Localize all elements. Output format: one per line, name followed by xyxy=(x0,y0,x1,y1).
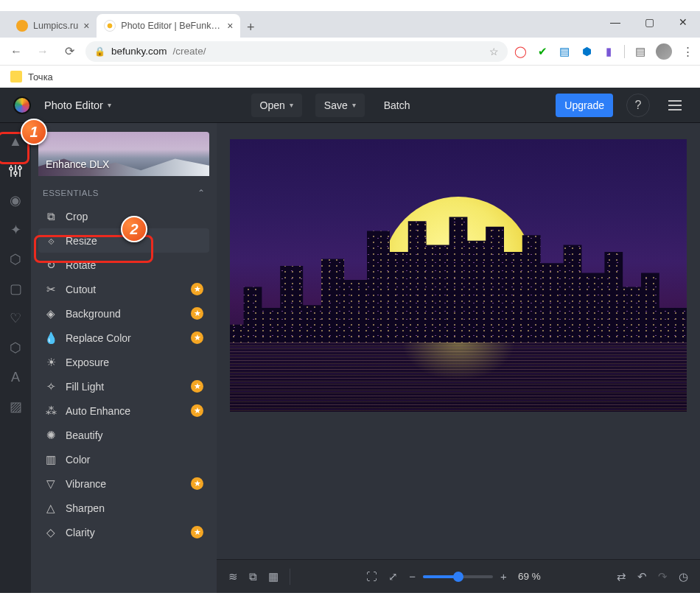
edit-item-bg[interactable]: ◈Background★ xyxy=(38,301,209,326)
extension-icon[interactable]: ▤ xyxy=(634,45,647,58)
layers-icon[interactable]: ≋ xyxy=(228,570,238,583)
canvas-image[interactable] xyxy=(230,139,687,412)
extension-icon[interactable]: ◯ xyxy=(514,45,527,58)
browser-tab-strip: Lumpics.ru × Photo Editor | BeFunky: Fre… xyxy=(0,11,700,38)
fill-icon: ✧ xyxy=(44,380,57,393)
edit-item-cutout[interactable]: ✂Cutout★ xyxy=(38,277,209,301)
edit-item-auto[interactable]: ⁂Auto Enhance★ xyxy=(38,398,209,423)
bookmarks-bar: Точка xyxy=(0,66,700,88)
bookmark-folder-icon xyxy=(10,71,22,82)
extension-icons: ◯ ✔ ▤ ⬢ ▮ ▤ ⋮ xyxy=(514,43,694,60)
premium-star-icon: ★ xyxy=(191,331,203,344)
back-icon[interactable]: ← xyxy=(6,41,27,62)
shuffle-icon[interactable]: ⇄ xyxy=(617,570,626,583)
edit-item-fill[interactable]: ✧Fill Light★ xyxy=(38,374,209,398)
edit-item-rotate[interactable]: ↻Rotate xyxy=(38,253,209,277)
effects-tab-icon[interactable]: ✦ xyxy=(7,222,24,238)
canvas-area: ≋ ⧉ ▦ ⛶ ⤢ − + 69 % ⇄ ↶ ↷ ◷ xyxy=(217,123,700,593)
edit-item-color[interactable]: ▥Color xyxy=(38,447,209,471)
address-bar: ← → ⟳ 🔒 befunky.com/create/ ☆ ◯ ✔ ▤ ⬢ ▮ … xyxy=(0,38,700,66)
kebab-menu-icon[interactable]: ⋮ xyxy=(681,45,694,58)
premium-star-icon: ★ xyxy=(191,283,203,295)
save-button[interactable]: Save▾ xyxy=(315,94,365,117)
sharpen-icon: △ xyxy=(44,502,57,515)
history-icon[interactable]: ◷ xyxy=(679,570,688,583)
befunky-logo-icon[interactable] xyxy=(13,96,31,114)
upgrade-button[interactable]: Upgrade xyxy=(556,94,613,117)
edit-item-vibrance[interactable]: ▽Vibrance★ xyxy=(38,471,209,496)
annotation-badge-2: 2 xyxy=(121,216,147,242)
extension-icon[interactable]: ✔ xyxy=(536,45,549,58)
auto-icon: ⁂ xyxy=(44,404,57,418)
chevron-down-icon: ▾ xyxy=(290,101,293,109)
item-label: Sharpen xyxy=(66,502,105,514)
help-icon[interactable]: ? xyxy=(626,94,650,117)
item-label: Replace Color xyxy=(66,332,131,344)
tab-title: Lumpics.ru xyxy=(33,21,78,31)
undo-icon[interactable]: ↶ xyxy=(637,570,647,583)
mode-selector[interactable]: Photo Editor ▾ xyxy=(44,99,111,111)
window-minimize-icon[interactable]: — xyxy=(598,11,632,33)
tab-title: Photo Editor | BeFunky: Free Onli xyxy=(121,21,222,31)
zoom-out-icon[interactable]: − xyxy=(409,570,416,583)
fit-icon[interactable]: ⛶ xyxy=(366,570,377,583)
edit-item-replace[interactable]: 💧Replace Color★ xyxy=(38,326,209,350)
artsy-tab-icon[interactable]: ⬡ xyxy=(7,251,24,267)
replace-icon: 💧 xyxy=(44,331,57,345)
tab-inactive[interactable]: Lumpics.ru × xyxy=(9,14,97,38)
compare-icon[interactable]: ⧉ xyxy=(249,570,257,583)
resize-icon: ⟐ xyxy=(44,234,57,247)
extension-icon[interactable]: ⬢ xyxy=(580,45,593,58)
grid-icon[interactable]: ▦ xyxy=(268,570,279,583)
bookmark-item[interactable]: Точка xyxy=(28,71,53,82)
bookmark-star-icon[interactable]: ☆ xyxy=(489,46,499,57)
app-toolbar: Photo Editor ▾ Open▾ Save▾ Batch Upgrade… xyxy=(0,88,700,123)
section-header[interactable]: ESSENTIALS ⌃ xyxy=(38,176,209,204)
tool-rail: ▲ ◉ ✦ ⬡ ▢ ♡ ⬡ A ▨ xyxy=(0,123,31,593)
window-close-icon[interactable]: ✕ xyxy=(666,11,700,33)
tab-active[interactable]: Photo Editor | BeFunky: Free Onli × xyxy=(97,14,240,38)
extension-icon[interactable]: ▮ xyxy=(602,45,615,58)
zoom-slider[interactable]: − + xyxy=(409,570,507,583)
mode-label: Photo Editor xyxy=(44,99,103,111)
window-maximize-icon[interactable]: ▢ xyxy=(632,11,666,33)
color-icon: ▥ xyxy=(44,453,57,466)
overlays-tab-icon[interactable]: ⬡ xyxy=(7,340,24,356)
graphics-tab-icon[interactable]: ♡ xyxy=(7,310,24,326)
extension-icon[interactable]: ▤ xyxy=(558,45,571,58)
reload-icon[interactable]: ⟳ xyxy=(59,41,80,62)
edit-item-sharpen[interactable]: △Sharpen xyxy=(38,496,209,520)
url-field[interactable]: 🔒 befunky.com/create/ ☆ xyxy=(85,41,508,62)
crop-icon: ⧉ xyxy=(44,210,57,223)
redo-icon[interactable]: ↷ xyxy=(658,570,668,583)
frames-tab-icon[interactable]: ▢ xyxy=(7,281,24,297)
url-domain: befunky.com xyxy=(111,46,167,57)
zoom-in-icon[interactable]: + xyxy=(500,570,507,583)
clarity-icon: ◇ xyxy=(44,526,57,539)
zoom-label: 69 % xyxy=(518,571,541,582)
edit-item-beautify[interactable]: ✺Beautify xyxy=(38,423,209,447)
item-label: Exposure xyxy=(66,357,109,368)
touchup-tab-icon[interactable]: ◉ xyxy=(7,192,24,208)
url-path: /create/ xyxy=(173,46,206,57)
new-tab-button[interactable]: + xyxy=(240,17,261,38)
expand-icon[interactable]: ⤢ xyxy=(388,570,398,583)
item-label: Crop xyxy=(66,211,88,222)
edit-item-exposure[interactable]: ☀Exposure xyxy=(38,350,209,374)
edit-tab-icon[interactable] xyxy=(7,163,24,179)
batch-button[interactable]: Batch xyxy=(378,99,416,111)
avatar[interactable] xyxy=(656,43,672,60)
section-title: ESSENTIALS xyxy=(43,189,99,197)
enhance-dlx-card[interactable]: Enhance DLX xyxy=(38,132,209,176)
slider-thumb[interactable] xyxy=(453,572,463,582)
forward-icon[interactable]: → xyxy=(32,41,53,62)
text-tab-icon[interactable]: A xyxy=(7,369,24,385)
open-button[interactable]: Open▾ xyxy=(251,94,302,117)
edit-item-clarity[interactable]: ◇Clarity★ xyxy=(38,520,209,544)
close-icon[interactable]: × xyxy=(83,20,89,32)
hamburger-menu-icon[interactable] xyxy=(663,94,687,117)
bg-icon: ◈ xyxy=(44,307,57,320)
edit-panel: Enhance DLX ESSENTIALS ⌃ ⧉Crop⟐Resize↻Ro… xyxy=(31,123,217,593)
textures-tab-icon[interactable]: ▨ xyxy=(7,398,24,415)
close-icon[interactable]: × xyxy=(227,20,233,32)
